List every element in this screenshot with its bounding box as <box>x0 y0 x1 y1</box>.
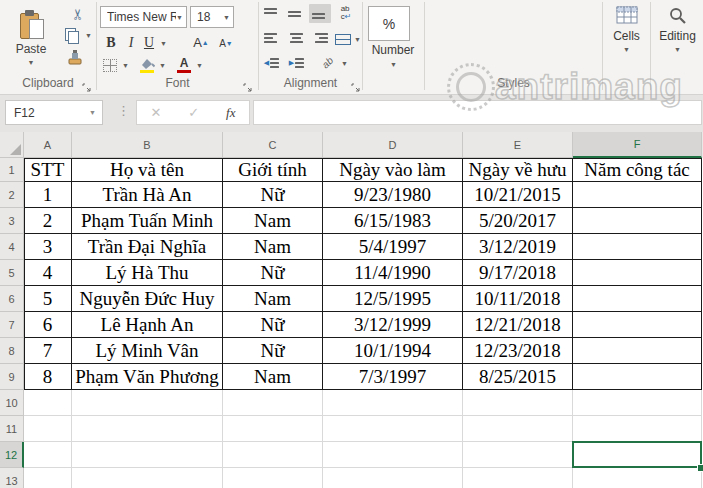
cells-group-button[interactable]: Cells ▼ <box>604 6 649 53</box>
insert-function-icon[interactable]: fx <box>226 105 235 121</box>
align-center-button[interactable] <box>285 29 307 48</box>
cell-B13[interactable] <box>72 468 223 488</box>
cell-E13[interactable] <box>463 468 573 488</box>
cell-F10[interactable] <box>573 390 702 416</box>
cell-A8[interactable]: 7 <box>24 338 72 364</box>
cell-A10[interactable] <box>24 390 72 416</box>
row-header-11[interactable]: 11 <box>0 416 24 442</box>
column-header-F[interactable]: F <box>573 132 702 158</box>
cell-B12[interactable] <box>72 442 223 468</box>
row-header-13[interactable]: 13 <box>0 468 24 488</box>
cell-B2[interactable]: Trần Hà An <box>72 182 223 208</box>
cell-D12[interactable] <box>323 442 463 468</box>
cell-C6[interactable]: Nam <box>223 286 323 312</box>
cell-B3[interactable]: Phạm Tuấn Minh <box>72 208 223 234</box>
cell-F4[interactable] <box>573 234 702 260</box>
formula-bar-grip-icon[interactable]: ⋮ <box>117 103 130 118</box>
cell-F11[interactable] <box>573 416 702 442</box>
copy-dropdown-arrow[interactable]: ▼ <box>85 32 92 39</box>
row-header-6[interactable]: 6 <box>0 286 24 312</box>
cell-D1[interactable]: Ngày vào làm <box>323 158 463 182</box>
cell-E4[interactable]: 3/12/2019 <box>463 234 573 260</box>
cell-C12[interactable] <box>223 442 323 468</box>
cell-F8[interactable] <box>573 338 702 364</box>
cell-A7[interactable]: 6 <box>24 312 72 338</box>
cell-E2[interactable]: 10/21/2015 <box>463 182 573 208</box>
align-right-button[interactable] <box>309 29 331 48</box>
formula-input[interactable] <box>253 100 702 125</box>
font-size-combo[interactable]: 18 ▼ <box>190 6 234 28</box>
column-header-A[interactable]: A <box>24 132 72 158</box>
row-header-3[interactable]: 3 <box>0 208 24 234</box>
cell-D11[interactable] <box>323 416 463 442</box>
merge-center-button[interactable] <box>333 31 353 47</box>
orientation-dropdown-arrow[interactable]: ▼ <box>341 60 348 67</box>
orientation-button[interactable]: ab <box>317 52 339 72</box>
cell-F5[interactable] <box>573 260 702 286</box>
row-header-7[interactable]: 7 <box>0 312 24 338</box>
cell-E12[interactable] <box>463 442 573 468</box>
column-header-E[interactable]: E <box>463 132 573 158</box>
cell-F7[interactable] <box>573 312 702 338</box>
cell-D8[interactable]: 10/1/1994 <box>323 338 463 364</box>
cell-A5[interactable]: 4 <box>24 260 72 286</box>
cell-A12[interactable] <box>24 442 72 468</box>
cell-B4[interactable]: Trần Đại Nghĩa <box>72 234 223 260</box>
bold-button[interactable]: B <box>102 33 120 52</box>
cell-B11[interactable] <box>72 416 223 442</box>
cell-B9[interactable]: Phạm Văn Phương <box>72 364 223 390</box>
cancel-icon[interactable]: ✕ <box>150 105 161 120</box>
cell-A11[interactable] <box>24 416 72 442</box>
cell-C9[interactable]: Nam <box>223 364 323 390</box>
clipboard-dialog-launcher[interactable] <box>82 79 92 89</box>
cell-F3[interactable] <box>573 208 702 234</box>
font-dialog-launcher[interactable] <box>243 79 253 89</box>
cell-E8[interactable]: 12/23/2018 <box>463 338 573 364</box>
cell-D7[interactable]: 3/12/1999 <box>323 312 463 338</box>
cell-D5[interactable]: 11/4/1990 <box>323 260 463 286</box>
row-header-9[interactable]: 9 <box>0 364 24 390</box>
row-header-8[interactable]: 8 <box>0 338 24 364</box>
cell-A4[interactable]: 3 <box>24 234 72 260</box>
font-color-dropdown-arrow[interactable]: ▼ <box>196 62 203 69</box>
row-header-12[interactable]: 12 <box>0 442 24 468</box>
row-header-10[interactable]: 10 <box>0 390 24 416</box>
cell-B6[interactable]: Nguyễn Đức Huy <box>72 286 223 312</box>
cell-E6[interactable]: 10/11/2018 <box>463 286 573 312</box>
cell-D3[interactable]: 6/15/1983 <box>323 208 463 234</box>
fill-handle[interactable] <box>697 464 703 472</box>
column-header-C[interactable]: C <box>223 132 323 158</box>
decrease-indent-button[interactable]: ◀ <box>261 54 283 72</box>
align-left-button[interactable] <box>261 29 283 48</box>
cell-B5[interactable]: Lý Hà Thu <box>72 260 223 286</box>
select-all-corner[interactable] <box>0 132 24 158</box>
cell-E10[interactable] <box>463 390 573 416</box>
cell-C4[interactable]: Nam <box>223 234 323 260</box>
grow-font-button[interactable]: A▲ <box>191 33 211 52</box>
number-dropdown-arrow[interactable]: ▼ <box>390 61 397 68</box>
cell-C1[interactable]: Giới tính <box>223 158 323 182</box>
cell-D2[interactable]: 9/23/1980 <box>323 182 463 208</box>
alignment-dialog-launcher[interactable] <box>351 79 361 89</box>
underline-dropdown-arrow[interactable]: ▼ <box>160 40 167 47</box>
cell-E1[interactable]: Ngày về hưu <box>463 158 573 182</box>
cell-B7[interactable]: Lê Hạnh An <box>72 312 223 338</box>
row-header-5[interactable]: 5 <box>0 260 24 286</box>
shrink-font-button[interactable]: A▼ <box>216 35 236 52</box>
cell-D13[interactable] <box>323 468 463 488</box>
row-header-2[interactable]: 2 <box>0 182 24 208</box>
column-header-B[interactable]: B <box>72 132 223 158</box>
italic-button[interactable]: I <box>123 33 139 52</box>
cell-C3[interactable]: Nam <box>223 208 323 234</box>
cell-C13[interactable] <box>223 468 323 488</box>
cell-F9[interactable] <box>573 364 702 390</box>
underline-button[interactable]: U <box>141 33 157 52</box>
cell-D10[interactable] <box>323 390 463 416</box>
cell-B1[interactable]: Họ và tên <box>72 158 223 182</box>
cell-E9[interactable]: 8/25/2015 <box>463 364 573 390</box>
borders-dropdown-arrow[interactable]: ▼ <box>122 62 129 69</box>
editing-group-button[interactable]: Editing ▼ <box>652 6 703 53</box>
increase-indent-button[interactable]: ▶ <box>286 54 308 72</box>
cell-E11[interactable] <box>463 416 573 442</box>
row-header-4[interactable]: 4 <box>0 234 24 260</box>
